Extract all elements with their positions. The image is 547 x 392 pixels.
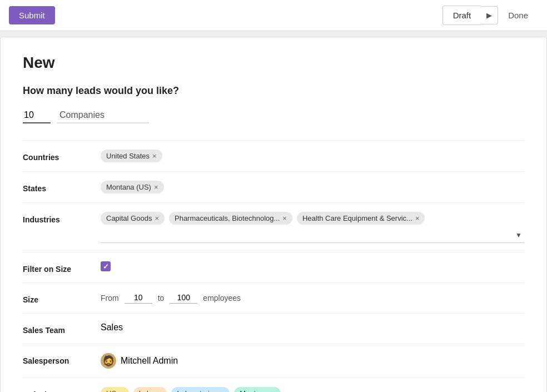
states-row: States Montana (US) × — [23, 171, 524, 202]
industries-row: Industries Capital Goods × Pharmaceutica… — [23, 202, 524, 252]
default-tag-laboratories-label: Laboratories — [177, 389, 217, 392]
industries-label: Industries — [23, 212, 101, 224]
draft-dropdown-arrow[interactable]: ▶ — [481, 6, 498, 24]
default-tag-labs: Labs × — [133, 387, 167, 392]
industries-tags: Capital Goods × Pharmaceuticals, Biotech… — [101, 212, 524, 225]
size-row: Size From to employees — [23, 282, 524, 313]
avatar-emoji: 🧔 — [102, 355, 115, 367]
country-tag-label: United States — [106, 152, 150, 160]
sales-team-label: Sales Team — [23, 322, 101, 335]
default-tag-laboratories: Laboratories × — [171, 387, 230, 392]
industries-container: Capital Goods × Pharmaceuticals, Biotech… — [101, 212, 524, 243]
filter-on-size-value — [101, 261, 524, 271]
size-to-label: to — [158, 294, 165, 302]
filter-on-size-label: Filter on Size — [23, 261, 101, 274]
size-to-input[interactable] — [170, 292, 197, 304]
salesperson-value: 🧔 Mitchell Admin — [101, 353, 524, 369]
countries-row: Countries United States × — [23, 140, 524, 171]
size-from-label: From — [101, 294, 119, 302]
country-tag-united-states: United States × — [101, 150, 162, 162]
industry-tag-label: Health Care Equipment & Servic... — [302, 214, 412, 222]
chevron-down-icon: ▼ — [515, 231, 522, 239]
state-tag-label: Montana (US) — [106, 183, 151, 191]
form-section: Countries United States × States Montana… — [23, 140, 524, 392]
size-inputs: From to employees — [101, 292, 241, 304]
industry-tag-remove[interactable]: × — [155, 215, 159, 222]
default-tags-row: Default Tags US × Labs × Laboratories × … — [23, 378, 524, 392]
industry-tag-label: Capital Goods — [106, 214, 152, 222]
filter-on-size-row: Filter on Size — [23, 252, 524, 282]
industry-tag-remove[interactable]: × — [282, 215, 287, 222]
state-tag-remove[interactable]: × — [154, 183, 158, 191]
page-title: New — [23, 54, 524, 72]
industry-tag-pharma: Pharmaceuticals, Biotechnolog... × — [169, 212, 292, 225]
avatar: 🧔 — [101, 353, 116, 369]
leads-row: Companies — [23, 108, 524, 123]
default-tag-labs-label: Labs — [139, 389, 155, 392]
salesperson-info: 🧔 Mitchell Admin — [101, 353, 178, 369]
salesperson-label: Salesperson — [23, 353, 101, 365]
done-button[interactable]: Done — [498, 6, 538, 24]
sales-team-name: Sales — [101, 322, 123, 333]
industries-dropdown[interactable]: ▼ — [101, 228, 524, 243]
default-tags-label: Default Tags — [23, 387, 101, 392]
default-tag-montana: Montana × — [234, 387, 280, 392]
default-tags-value: US × Labs × Laboratories × Montana × — [101, 387, 524, 392]
states-value: Montana (US) × — [101, 181, 524, 193]
salesperson-name: Mitchell Admin — [121, 356, 178, 366]
industry-tag-health-care: Health Care Equipment & Servic... × — [297, 212, 425, 225]
size-value: From to employees — [101, 292, 524, 304]
country-tag-remove[interactable]: × — [152, 152, 157, 160]
states-label: States — [23, 181, 101, 193]
size-employees-label: employees — [203, 294, 241, 302]
leads-count-input[interactable] — [23, 108, 51, 123]
default-tag-montana-remove[interactable]: × — [271, 390, 275, 392]
default-tag-us: US × — [101, 387, 129, 392]
countries-value: United States × — [101, 150, 524, 162]
countries-label: Countries — [23, 150, 101, 162]
filter-on-size-checkbox[interactable] — [101, 261, 111, 271]
size-label: Size — [23, 292, 101, 304]
sales-team-row: Sales Team Sales — [23, 313, 524, 344]
size-from-input[interactable] — [125, 292, 152, 304]
section-question: How many leads would you like? — [23, 85, 524, 97]
industry-tag-remove[interactable]: × — [415, 215, 420, 222]
default-tag-us-label: US — [106, 389, 116, 392]
state-tag-montana: Montana (US) × — [101, 181, 164, 193]
default-tag-laboratories-remove[interactable]: × — [220, 390, 225, 392]
status-group: Draft ▶ Done — [442, 6, 538, 25]
submit-button[interactable]: Submit — [9, 6, 55, 24]
main-card: New How many leads would you like? Compa… — [0, 37, 547, 392]
salesperson-row: Salesperson 🧔 Mitchell Admin — [23, 344, 524, 378]
industry-tag-capital-goods: Capital Goods × — [101, 212, 165, 225]
default-tag-labs-remove[interactable]: × — [157, 390, 162, 392]
default-tag-montana-label: Montana — [240, 389, 268, 392]
chevron-right-icon: ▶ — [486, 11, 492, 19]
industry-tag-label: Pharmaceuticals, Biotechnolog... — [175, 214, 280, 222]
sales-team-value: Sales — [101, 322, 524, 333]
leads-type: Companies — [57, 108, 149, 123]
top-bar: Submit Draft ▶ Done — [0, 0, 547, 31]
default-tag-us-remove[interactable]: × — [119, 390, 123, 392]
draft-button[interactable]: Draft — [442, 6, 481, 25]
